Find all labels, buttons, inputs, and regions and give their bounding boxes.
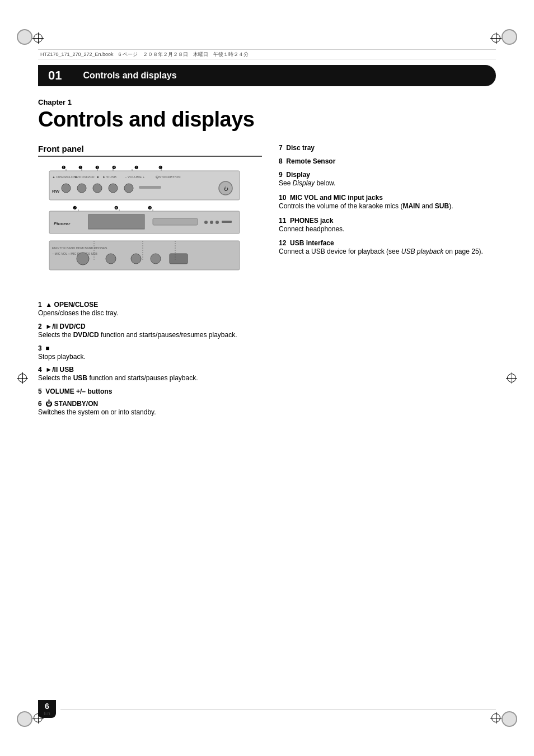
right-item-text: Connect a USB device for playback (see U…: [279, 247, 496, 256]
svg-point-18: [124, 184, 133, 193]
item-text: Stops playback.: [38, 352, 262, 362]
page-footer: 6 En: [38, 700, 496, 718]
svg-text:❻: ❻: [158, 165, 162, 170]
right-list-item: 8 Remote Sensor: [279, 157, 496, 165]
page-number: 6: [45, 702, 49, 711]
svg-rect-46: [170, 254, 188, 264]
footer-line: [60, 709, 496, 710]
svg-point-42: [77, 253, 89, 265]
svg-point-43: [106, 254, 116, 264]
svg-rect-28: [153, 218, 198, 225]
header-japanese-text: HTZ170_171_270_272_En.book 6 ページ ２０８年２月２…: [40, 51, 249, 58]
svg-rect-32: [222, 221, 232, 223]
chapter-banner: 01 Controls and displays: [38, 65, 496, 86]
corner-decoration-bl: [17, 711, 32, 727]
reg-mark-tr: [490, 32, 502, 44]
item-title: 5 VOLUME +/– buttons: [38, 388, 262, 395]
svg-rect-19: [139, 186, 161, 189]
item-text: Opens/closes the disc tray.: [38, 309, 262, 318]
left-description-list: 1 ▲ OPEN/CLOSE Opens/closes the disc tra…: [38, 301, 262, 417]
chapter-number: 01: [38, 65, 72, 86]
list-item: 2 ►/II DVD/CD Selects the DVD/CD functio…: [38, 323, 262, 340]
item-title: 1 ▲ OPEN/CLOSE: [38, 301, 262, 309]
list-item: 3 ■ Stops playback.: [38, 344, 262, 362]
svg-point-44: [131, 254, 141, 264]
list-item: 1 ▲ OPEN/CLOSE Opens/closes the disc tra…: [38, 301, 262, 318]
right-item-title: 7 Disc tray: [279, 144, 496, 152]
svg-text:■: ■: [97, 175, 99, 179]
item-text: Selects the USB function and starts/paus…: [38, 374, 262, 383]
right-list-item: 7 Disc tray: [279, 144, 496, 152]
svg-text:►/II DVD/CD: ►/II DVD/CD: [74, 175, 95, 179]
chapter-main-title: Controls and displays: [38, 108, 496, 132]
svg-text:►/II USB: ►/II USB: [102, 175, 116, 179]
corner-decoration-br: [502, 711, 517, 727]
item-title: 2 ►/II DVD/CD: [38, 323, 262, 330]
right-list-item: 9 Display See Display below.: [279, 171, 496, 188]
svg-text:ENG THX BAND HDMI BAND    PHON: ENG THX BAND HDMI BAND PHONES: [52, 246, 107, 250]
chapter-label: Chapter 1: [38, 98, 496, 106]
right-item-title: 12 USB interface: [279, 239, 496, 247]
page-number-box: 6 En: [38, 700, 56, 718]
device-diagram: ❶ ❷ ❸ ❹ ❺ ❻ ▲ OPEN/CLOSE ►/II DVD/CD ■ ►…: [38, 162, 262, 293]
svg-point-29: [204, 221, 208, 224]
svg-point-45: [151, 254, 161, 264]
svg-text:⏻STANDBY/ON: ⏻STANDBY/ON: [156, 175, 181, 179]
svg-point-31: [216, 221, 219, 224]
chapter-banner-title: Controls and displays: [72, 71, 176, 81]
corner-decoration-tr: [502, 29, 517, 45]
right-column: 7 Disc tray 8 Remote Sensor 9 Display Se…: [279, 144, 496, 422]
right-item-title: 9 Display: [279, 171, 496, 179]
svg-text:– MIC VOL +         MIC     PH: – MIC VOL + MIC PHONES USB: [52, 252, 97, 255]
list-item: 4 ►/II USB Selects the USB function and …: [38, 366, 262, 383]
svg-text:– VOLUME +: – VOLUME +: [125, 175, 145, 179]
left-column: Front panel ❶ ❷ ❸ ❹ ❺ ❻ ▲ OPEN/CLOSE ►/I: [38, 144, 262, 422]
svg-point-14: [62, 184, 71, 193]
svg-point-15: [77, 184, 86, 193]
list-item: 6 ⏻ STANDBY/ON Switches the system on or…: [38, 400, 262, 417]
svg-text:❶: ❶: [62, 165, 65, 170]
page-lang: En: [44, 711, 50, 716]
svg-text:Pioneer: Pioneer: [54, 221, 71, 226]
right-item-title: 11 PHONES jack: [279, 217, 496, 225]
content-columns: Front panel ❶ ❷ ❸ ❹ ❺ ❻ ▲ OPEN/CLOSE ►/I: [38, 144, 496, 422]
right-item-text: Controls the volume of the karaoke mics …: [279, 202, 496, 211]
svg-text:❸: ❸: [95, 165, 99, 170]
right-item-text: Connect headphones.: [279, 225, 496, 234]
reg-mark-ml: [17, 372, 28, 384]
right-item-title: 8 Remote Sensor: [279, 157, 496, 165]
svg-text:RW: RW: [52, 189, 60, 194]
svg-point-17: [109, 184, 118, 193]
svg-rect-27: [88, 214, 144, 229]
svg-point-30: [210, 221, 213, 224]
right-item-title: 10 MIC VOL and MIC input jacks: [279, 194, 496, 202]
reg-mark-mr: [506, 372, 517, 384]
svg-text:❹: ❹: [112, 165, 116, 170]
header-bar: HTZ170_171_270_272_En.book 6 ページ ２０８年２月２…: [38, 49, 496, 59]
right-item-text: See Display below.: [279, 179, 496, 188]
list-item: 5 VOLUME +/– buttons: [38, 388, 262, 395]
front-panel-title: Front panel: [38, 144, 262, 157]
right-list-item: 10 MIC VOL and MIC input jacks Controls …: [279, 194, 496, 211]
item-text: Selects the DVD/CD function and starts/p…: [38, 330, 262, 340]
item-title: 4 ►/II USB: [38, 366, 262, 374]
item-title: 6 ⏻ STANDBY/ON: [38, 400, 262, 408]
item-title: 3 ■: [38, 344, 262, 352]
svg-text:⏻: ⏻: [223, 186, 228, 192]
device-svg: ❶ ❷ ❸ ❹ ❺ ❻ ▲ OPEN/CLOSE ►/II DVD/CD ■ ►…: [38, 162, 256, 291]
svg-text:❽: ❽: [114, 206, 118, 211]
svg-point-16: [93, 184, 102, 193]
main-content: Chapter 1 Controls and displays Front pa…: [38, 98, 496, 689]
reg-mark-tl: [32, 32, 44, 44]
corner-decoration-tl: [17, 29, 32, 45]
svg-text:❾: ❾: [148, 206, 152, 211]
item-text: Switches the system on or into standby.: [38, 408, 262, 417]
svg-text:❺: ❺: [134, 165, 138, 170]
right-list-item: 11 PHONES jack Connect headphones.: [279, 217, 496, 234]
right-list-item: 12 USB interface Connect a USB device fo…: [279, 239, 496, 256]
svg-text:❼: ❼: [73, 206, 77, 211]
